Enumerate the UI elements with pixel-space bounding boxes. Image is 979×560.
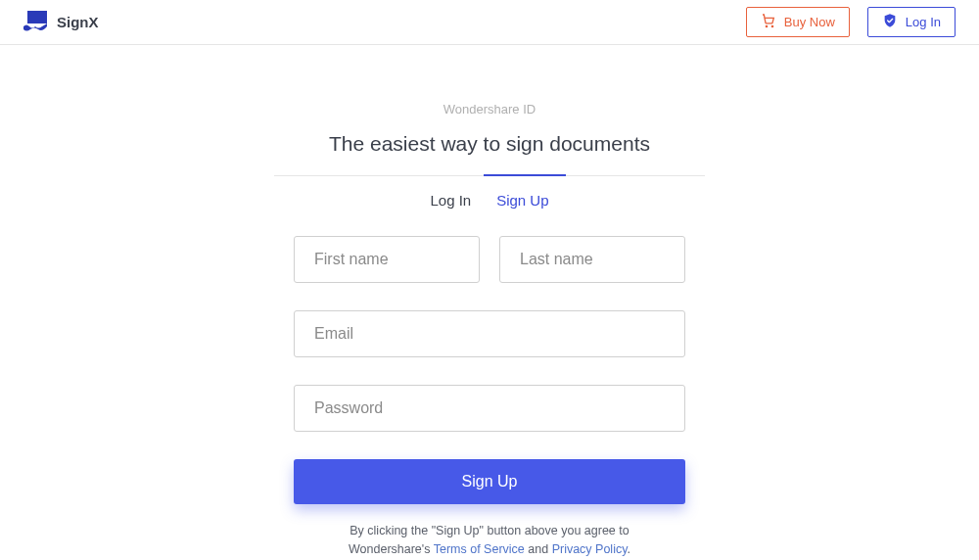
- email-row: [294, 310, 685, 357]
- tab-underline: [274, 175, 705, 176]
- brand-name: SignX: [57, 14, 99, 30]
- first-name-field[interactable]: [294, 236, 480, 283]
- main-content: Wondershare ID The easiest way to sign d…: [0, 45, 979, 559]
- svg-point-2: [771, 25, 772, 26]
- password-field[interactable]: [294, 385, 685, 432]
- active-tab-indicator: [484, 174, 566, 176]
- privacy-policy-link[interactable]: Privacy Policy: [552, 542, 628, 556]
- logo: SignX: [23, 11, 99, 34]
- last-name-field[interactable]: [499, 236, 685, 283]
- svg-rect-0: [27, 11, 47, 23]
- tab-signup[interactable]: Sign Up: [496, 192, 548, 209]
- email-field[interactable]: [294, 310, 685, 357]
- shield-check-icon: [882, 13, 898, 31]
- legal-line2-prefix: Wondershare's: [349, 542, 434, 556]
- terms-of-service-link[interactable]: Terms of Service: [434, 542, 525, 556]
- header-login-label: Log In: [906, 15, 941, 29]
- header: SignX Buy Now Log In: [0, 0, 979, 45]
- legal-period: .: [628, 542, 630, 556]
- page-title: The easiest way to sign documents: [329, 132, 650, 156]
- legal-and: and: [525, 542, 552, 556]
- legal-text: By clicking the "Sign Up" button above y…: [349, 522, 630, 559]
- header-buttons: Buy Now Log In: [746, 7, 956, 37]
- subheading: Wondershare ID: [443, 102, 536, 117]
- name-row: [294, 236, 685, 283]
- cart-icon: [761, 13, 776, 31]
- signx-logo-icon: [23, 11, 49, 34]
- buy-now-label: Buy Now: [784, 15, 835, 29]
- buy-now-button[interactable]: Buy Now: [746, 7, 850, 37]
- signup-button[interactable]: Sign Up: [294, 459, 685, 504]
- header-login-button[interactable]: Log In: [867, 7, 956, 37]
- auth-tabs: Log In Sign Up: [430, 192, 548, 209]
- svg-point-1: [766, 25, 767, 26]
- password-row: [294, 385, 685, 432]
- tab-login[interactable]: Log In: [430, 192, 471, 209]
- legal-line1: By clicking the "Sign Up" button above y…: [350, 524, 629, 537]
